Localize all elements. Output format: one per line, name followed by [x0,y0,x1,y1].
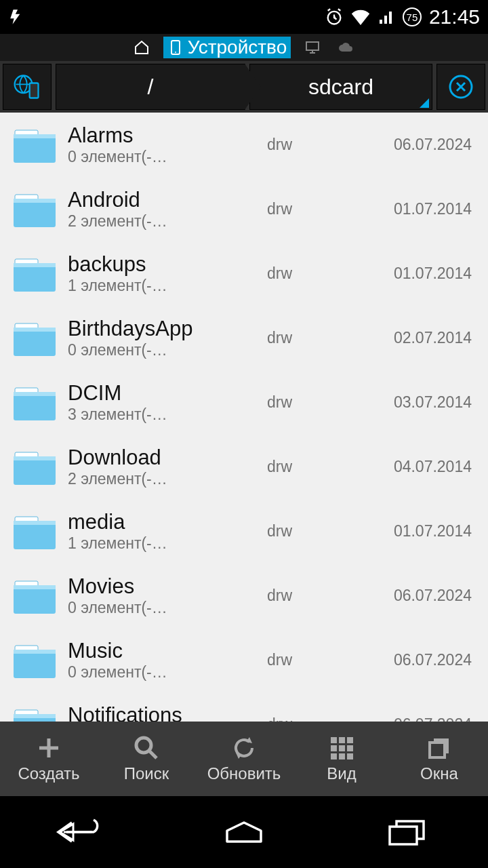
file-permissions: drw [267,393,348,412]
file-info: Notifications 0 элемент(-… [68,703,258,722]
file-name: Alarms [68,123,258,148]
folder-icon [11,382,58,423]
folder-icon [11,447,58,488]
file-date: 06.07.2024 [358,587,480,605]
file-row[interactable]: DCIM 3 элемент(-… drw 03.07.2014 [0,370,488,435]
tab-cloud[interactable] [334,39,359,56]
svg-rect-34 [14,650,56,654]
signal-icon [378,9,395,25]
file-name: Download [68,446,258,470]
tab-device[interactable]: Устройство [163,37,291,58]
file-subtitle: 1 элемент(-… [68,534,169,553]
svg-rect-25 [14,456,56,460]
file-info: Download 2 элемент(-… [68,446,258,488]
svg-rect-40 [339,737,345,743]
file-permissions: drw [267,200,348,218]
file-name: backups [68,252,258,277]
file-name: DCIM [68,381,258,406]
file-name: Music [68,639,258,663]
file-row[interactable]: Download 2 элемент(-… drw 04.07.2014 [0,435,488,499]
file-date: 01.07.2014 [358,522,480,540]
nav-back-button[interactable] [41,812,122,852]
battery-level: 75 [407,12,418,23]
file-permissions: drw [267,329,348,347]
bolt-icon [8,8,26,26]
svg-rect-47 [347,753,353,760]
svg-rect-27 [14,521,56,549]
svg-rect-21 [14,392,56,420]
create-label: Создать [18,764,79,783]
file-list[interactable]: Alarms 0 элемент(-… drw 06.07.2024 Andro… [0,113,488,722]
file-row[interactable]: Alarms 0 элемент(-… drw 06.07.2024 [0,113,488,177]
nav-bar [0,796,488,868]
close-button[interactable] [436,64,485,110]
file-row[interactable]: Android 2 элемент(-… drw 01.07.2014 [0,177,488,241]
file-name: Android [68,188,258,212]
refresh-button[interactable]: Обновить [197,734,291,783]
svg-rect-44 [347,745,353,751]
svg-rect-50 [430,743,445,757]
file-row[interactable]: BirthdaysApp 0 элемент(-… drw 02.07.2014 [0,306,488,370]
svg-rect-12 [14,199,56,227]
windows-button[interactable]: Окна [392,734,487,783]
file-info: Alarms 0 элемент(-… [68,123,258,166]
svg-rect-18 [14,328,56,356]
status-clock: 21:45 [429,5,480,28]
svg-rect-46 [339,753,345,760]
file-row[interactable]: Music 0 элемент(-… drw 06.07.2024 [0,628,488,692]
refresh-icon [230,734,258,762]
windows-label: Окна [420,764,458,783]
file-permissions: drw [267,587,348,605]
svg-rect-43 [339,745,345,751]
nav-recent-button[interactable] [366,812,447,852]
file-row[interactable]: backups 1 элемент(-… drw 01.07.2014 [0,241,488,306]
file-info: backups 1 элемент(-… [68,252,258,295]
file-info: media 1 элемент(-… [68,510,258,553]
breadcrumb-root[interactable]: / [56,64,245,110]
device-select-button[interactable] [3,64,52,110]
file-name: Movies [68,574,258,599]
file-row[interactable]: Movies 0 элемент(-… drw 06.07.2024 [0,564,488,628]
search-button[interactable]: Поиск [99,734,194,783]
nav-home-button[interactable] [203,812,285,852]
svg-rect-53 [390,827,417,844]
svg-rect-30 [14,585,56,614]
svg-rect-28 [14,521,56,525]
svg-rect-45 [331,753,337,760]
file-subtitle: 0 элемент(-… [68,663,169,682]
file-permissions: drw [267,715,348,722]
svg-point-3 [175,52,176,53]
folder-icon [11,705,58,722]
file-permissions: drw [267,264,348,283]
file-subtitle: 3 элемент(-… [68,406,169,424]
svg-rect-6 [30,83,39,98]
breadcrumb-current[interactable]: sdcard [249,64,432,110]
folder-icon [11,254,58,294]
tab-computer[interactable] [300,39,325,56]
file-row[interactable]: Notifications 0 элемент(-… drw 06.07.202… [0,692,488,722]
file-subtitle: 0 элемент(-… [68,599,169,617]
svg-rect-41 [347,737,353,743]
file-name: BirthdaysApp [68,317,258,341]
file-date: 04.07.2014 [358,458,480,476]
file-name: media [68,510,258,534]
file-row[interactable]: media 1 элемент(-… drw 01.07.2014 [0,499,488,564]
file-permissions: drw [267,136,348,154]
file-info: Android 2 элемент(-… [68,188,258,231]
file-date: 01.07.2014 [358,200,480,218]
file-permissions: drw [267,651,348,669]
file-date: 01.07.2014 [358,264,480,283]
tab-home[interactable] [129,39,154,56]
view-button[interactable]: Вид [294,734,389,783]
create-button[interactable]: Создать [1,734,96,783]
search-icon [133,734,160,762]
windows-icon [426,734,453,762]
folder-icon [11,576,58,616]
svg-rect-13 [14,199,56,203]
wifi-icon [350,9,371,25]
file-date: 06.07.2024 [358,715,480,722]
svg-rect-39 [331,737,337,743]
svg-rect-42 [331,745,337,751]
svg-rect-31 [14,585,56,589]
file-permissions: drw [267,522,348,540]
